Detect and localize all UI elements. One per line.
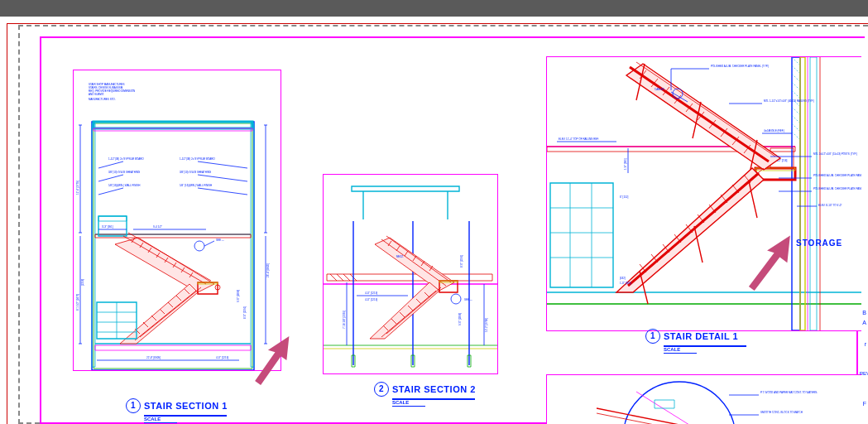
svg-marker-14: [120, 284, 198, 344]
svg-line-120: [792, 74, 800, 82]
svg-rect-5: [95, 345, 251, 350]
title-section-2: 2STAIR SECTION 2 SCALE: [374, 383, 476, 407]
note-wall-r: 5/8" (16)(MIN.) WALL FINISH: [180, 184, 212, 187]
note-cables: CABLES: [655, 88, 664, 91]
svg-text:9'-6" [2896]: 9'-6" [2896]: [458, 313, 462, 325]
title-num-1: 1: [126, 398, 141, 413]
stair-section-2: [370, 236, 458, 339]
svg-rect-61: [352, 186, 459, 191]
svg-line-64: [330, 274, 337, 281]
svg-line-124: [792, 107, 800, 115]
svg-line-81: [381, 291, 436, 337]
svg-line-15: [123, 236, 206, 284]
svg-text:4'-0" [1219]: 4'-0" [1219]: [365, 298, 377, 301]
svg-line-17: [135, 291, 196, 340]
viewport-plan-detail: P.T. WOOD AND PAPER MAT CONT. TO WATERG.…: [546, 374, 861, 424]
dim-mid: 9'-4 1/2": [153, 225, 162, 229]
svg-text:1'-0" [305]: 1'-0" [305]: [620, 282, 631, 285]
note-panel3: POLISHED ALUM. CHECKER PLATE PANEL (F.F.…: [813, 187, 861, 190]
dim-bottom: 22'-8" [6909]: [146, 356, 161, 359]
note-sheath-r: 3/8"(10) G.W.B SHEATHING: [180, 171, 212, 174]
svg-line-79: [381, 239, 446, 286]
title-scale-1: SCALE: [144, 417, 177, 423]
svg-line-122: [792, 90, 800, 99]
note-wall-l: 5/8"(16)(MIN.) WALL FINISH: [108, 184, 140, 187]
strip-B: B: [862, 310, 866, 316]
drawing-stair-section-1: STAIR SHOP MANUFACTURES STAIRS. DESIGN S…: [74, 70, 281, 370]
svg-point-106: [451, 294, 461, 304]
drawing-stair-detail-1: 8-1/2" [216]: [547, 57, 861, 330]
svg-line-7: [198, 161, 247, 168]
svg-text:4'-0" [1219]: 4'-0" [1219]: [365, 292, 377, 295]
svg-line-153: [633, 168, 764, 281]
svg-line-121: [792, 82, 800, 90]
svg-line-127: [792, 132, 800, 140]
title-scale-2: SCALE: [392, 400, 425, 407]
note-angle: 4x4 ANGLE (REF.): [764, 129, 784, 132]
svg-line-118: [792, 57, 800, 65]
dim-left-lower: 8'-1 1/2" [2476]: [76, 294, 79, 311]
viewport-stair-detail-1: 8-1/2" [216]: [546, 56, 861, 331]
svg-text:8'-6" [2591]: 8'-6" [2591]: [460, 255, 463, 267]
viewport-stair-section-1: STAIR SHOP MANUFACTURES STAIRS. DESIGN S…: [73, 70, 281, 371]
svg-line-9: [198, 175, 247, 181]
note-elev: ELEV. 8'-10" TO 9'-0": [818, 204, 842, 207]
strip-F: F: [863, 401, 866, 407]
svg-text:12'-2" [3708]: 12'-2" [3708]: [485, 318, 488, 332]
storage-label: STORAGE: [796, 238, 842, 248]
title-detail-1: 1STAIR DETAIL 1 SCALE: [645, 330, 746, 354]
svg-line-66: [343, 274, 350, 281]
dim-right: 26'-4" [8026]: [266, 263, 270, 277]
note-sheath-l: 3/8"(10) G.W.B SHEATHING: [108, 171, 141, 174]
svg-text:4'-0" [1219]: 4'-0" [1219]: [216, 356, 228, 359]
note-gyp-r: 1-1/2"(38) 2x GYPSUM BOARD: [180, 157, 215, 161]
lower-flight: [616, 168, 764, 304]
svg-line-152: [628, 173, 759, 286]
strip-A: A: [862, 320, 866, 325]
svg-line-8: [98, 175, 123, 181]
title-scale-3: SCALE: [664, 347, 697, 354]
note-rail-top: ELEV. 11'-4" TOP OF RAILING REF.: [559, 137, 599, 141]
svg-rect-130: [810, 57, 817, 330]
title-name-3: STAIR DETAIL 1: [664, 331, 738, 341]
title-name-2: STAIR SECTION 2: [392, 384, 476, 394]
upper-flight: [626, 62, 780, 176]
millwork: [550, 183, 613, 287]
svg-line-136: [630, 67, 769, 161]
note-gyp-l: 1-1/2"(38) 2x GYPSUM BOARD: [108, 157, 144, 161]
svg-line-185: [597, 408, 762, 424]
roof-header: [94, 122, 252, 128]
title-section-1: 1STAIR SECTION 1 SCALE: [126, 399, 228, 423]
svg-text:[2258]: [2258]: [81, 278, 84, 286]
svg-line-65: [337, 274, 343, 281]
wall: [792, 57, 800, 330]
note-railing: MTL 1-1/2"x1/2"x1/8" (40x13) RAILING (TY…: [764, 99, 814, 103]
svg-line-82: [386, 287, 441, 334]
drawing-stair-section-2: MEZZ. 4'-0" [1219] 4'-0" [1219] 7'-10 1/…: [324, 175, 497, 373]
svg-line-125: [792, 115, 800, 123]
plan-note-2: SMOOTH CONC. BLOCK TO MATCH: [760, 411, 803, 414]
dim-left-upper: 12'-4" [3759]: [76, 181, 79, 195]
viewport-stair-section-2: MEZZ. 4'-0" [1219] 4'-0" [1219] 7'-10 1/…: [323, 174, 498, 374]
circle: [623, 382, 736, 424]
stair-section: [115, 233, 220, 344]
title-name-1: STAIR SECTION 1: [144, 401, 228, 411]
svg-text:8'-6" [2591]: 8'-6" [2591]: [243, 306, 247, 319]
svg-marker-78: [370, 282, 439, 339]
svg-line-10: [98, 188, 123, 195]
svg-line-6: [98, 161, 123, 168]
dim-opening: 3'-3" [991]: [102, 225, 113, 229]
svg-text:[432]: [432]: [620, 277, 626, 280]
svg-line-119: [792, 65, 800, 74]
svg-line-51: [204, 241, 214, 246]
note-alum-top: POLISHED ALUM. CHECKER PLATE PANEL (TYP.…: [711, 65, 769, 68]
paper-area: B A r REV F STAIR SHOP MANUFACTURES STAI…: [0, 17, 868, 424]
svg-text:MEZZ.: MEZZ.: [396, 255, 404, 258]
svg-rect-128: [800, 57, 805, 330]
drawing-plan-detail: P.T. WOOD AND PAPER MAT CONT. TO WATERG.…: [547, 375, 861, 424]
svg-line-137: [636, 62, 775, 157]
svg-rect-12: [98, 216, 127, 221]
svg-text:SEE —: SEE —: [216, 238, 224, 242]
truss: [327, 274, 492, 281]
svg-text:7'-10 1/8" [2391]: 7'-10 1/8" [2391]: [343, 311, 346, 329]
